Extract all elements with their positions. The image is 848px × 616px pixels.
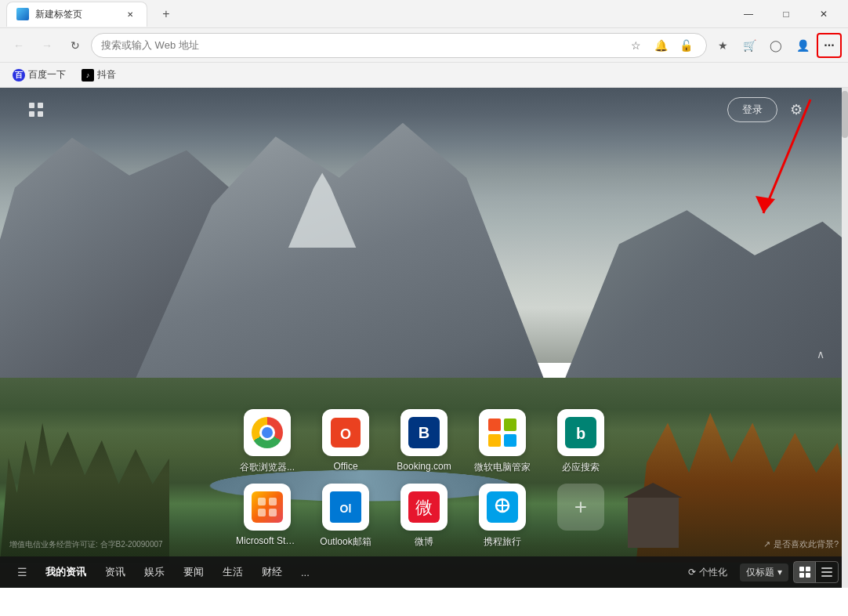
trip-icon xyxy=(487,491,518,523)
svg-rect-15 xyxy=(258,498,266,505)
active-tab[interactable]: 新建标签页 ✕ xyxy=(6,2,147,27)
ms-store-icon-wrapper xyxy=(244,484,291,531)
add-icon: + xyxy=(574,495,587,520)
bisou-icon-wrapper: b xyxy=(557,409,604,456)
maximize-button[interactable]: □ xyxy=(768,2,804,27)
ms-store-label: Microsoft Sto... xyxy=(236,535,299,546)
personalize-button[interactable]: ⟳ 个性化 xyxy=(680,563,735,582)
browser-wallet-icon[interactable]: 🔓 xyxy=(675,34,697,56)
app-bisou[interactable]: b 必应搜索 xyxy=(549,409,612,474)
login-button[interactable]: 登录 xyxy=(727,97,777,122)
trip-label: 携程旅行 xyxy=(484,535,521,549)
favorites-bar: 百 百度一下 ♪ 抖音 xyxy=(0,63,848,88)
ms-helper-label: 微软电脑管家 xyxy=(474,461,531,474)
bottom-tab-headlines[interactable]: 要闻 xyxy=(176,562,212,582)
bisou-label: 必应搜索 xyxy=(562,461,600,474)
read-aloud-icon[interactable]: 🔔 xyxy=(650,34,672,56)
address-bar[interactable]: ☆ 🔔 🔓 xyxy=(91,33,707,58)
baidu-icon: 百 xyxy=(13,69,25,82)
weibo-label: 微博 xyxy=(415,535,433,549)
bottom-tab-entertainment[interactable]: 娱乐 xyxy=(136,562,172,582)
svg-rect-27 xyxy=(799,567,804,571)
app-add[interactable]: + xyxy=(549,484,612,549)
address-icons: ☆ 🔔 🔓 xyxy=(625,34,697,56)
newtab-main: 登录 ⚙ 🎤 🔍 ⊙ 到此地一游，必然有...... ∧ 谷歌浏览器... xyxy=(0,88,848,588)
app-booking[interactable]: B Booking.com xyxy=(393,409,455,474)
apps-section: 谷歌浏览器... O Office B Booking.com xyxy=(236,409,612,549)
app-outlook[interactable]: Ol Outlook邮箱 xyxy=(314,484,377,549)
tab-favicon xyxy=(16,8,29,20)
chrome-icon-wrapper xyxy=(244,409,291,456)
svg-rect-8 xyxy=(488,419,501,431)
svg-rect-17 xyxy=(258,509,266,516)
svg-rect-10 xyxy=(488,434,501,447)
app-weibo[interactable]: 微 微博 xyxy=(393,484,455,549)
personalize-icon: ⟳ xyxy=(688,567,696,578)
bottom-tab-life[interactable]: 生活 xyxy=(215,562,251,582)
refresh-icon: ↻ xyxy=(71,39,80,52)
office-icon: O xyxy=(331,418,361,448)
bottom-menu-button[interactable]: ☰ xyxy=(9,560,34,585)
favorites-star-icon[interactable]: ★ xyxy=(710,33,735,58)
favorites-douyin[interactable]: ♪ 抖音 xyxy=(75,66,122,84)
svg-rect-18 xyxy=(269,509,277,516)
svg-rect-5 xyxy=(38,111,43,117)
list-view-button[interactable] xyxy=(816,562,838,582)
svg-rect-16 xyxy=(269,498,277,505)
bottom-tab-more[interactable]: ... xyxy=(293,563,317,582)
close-button[interactable]: ✕ xyxy=(806,2,842,27)
personalize-label: 个性化 xyxy=(699,566,727,579)
apps-row-1: 谷歌浏览器... O Office B Booking.com xyxy=(236,409,612,474)
booking-icon-wrapper: B xyxy=(400,409,448,456)
edge-features-icon[interactable]: ◯ xyxy=(763,33,788,58)
favorites-baidu[interactable]: 百 百度一下 xyxy=(6,66,72,84)
refresh-button[interactable]: ↻ xyxy=(63,33,88,58)
ms-helper-icon xyxy=(487,417,518,448)
bottom-tab-my-info[interactable]: 我的资讯 xyxy=(38,562,94,582)
app-ms-helper[interactable]: 微软电脑管家 xyxy=(471,409,534,474)
svg-rect-9 xyxy=(504,419,516,431)
collapse-button[interactable]: ∧ xyxy=(817,348,824,361)
profile-icon[interactable]: 👤 xyxy=(790,33,815,58)
apps-grid-button[interactable] xyxy=(24,97,49,122)
window-controls: — □ ✕ xyxy=(730,2,842,27)
tab-title: 新建标签页 xyxy=(35,8,82,21)
booking-icon: B xyxy=(408,417,440,448)
svg-rect-32 xyxy=(821,571,832,573)
svg-rect-31 xyxy=(821,567,832,569)
svg-text:b: b xyxy=(576,425,585,442)
newtab-settings-button[interactable]: ⚙ xyxy=(784,97,809,122)
svg-rect-29 xyxy=(799,573,804,578)
bottom-nav-bar: ☰ 我的资讯 资讯 娱乐 要闻 生活 财经 ... ⟳ 个性化 仅标题 xyxy=(0,556,848,588)
new-tab-button[interactable]: + xyxy=(154,2,179,27)
svg-rect-14 xyxy=(252,491,283,523)
grid-view-button[interactable] xyxy=(794,562,816,582)
bottom-tab-finance[interactable]: 财经 xyxy=(254,562,290,582)
app-ms-store[interactable]: Microsoft Sto... xyxy=(236,484,299,549)
app-trip[interactable]: 携程旅行 xyxy=(471,484,534,549)
svg-text:Ol: Ol xyxy=(340,502,352,515)
app-office[interactable]: O Office xyxy=(314,409,377,474)
grid-view-icon xyxy=(799,567,810,578)
enjoy-background-button[interactable]: ↗ 是否喜欢此背景? xyxy=(763,538,839,550)
forward-button[interactable]: → xyxy=(34,33,60,58)
view-select[interactable]: 仅标题 ▾ xyxy=(740,563,788,582)
collections-icon[interactable]: 🛒 xyxy=(737,33,762,58)
address-input[interactable] xyxy=(101,39,620,51)
outlook-label: Outlook邮箱 xyxy=(320,535,371,549)
app-chrome[interactable]: 谷歌浏览器... xyxy=(236,409,299,474)
chevron-up-icon: ∧ xyxy=(817,348,824,361)
bisou-icon: b xyxy=(565,417,596,448)
tab-close-button[interactable]: ✕ xyxy=(123,7,137,21)
minimize-button[interactable]: — xyxy=(730,2,766,27)
navigation-bar: ← → ↻ ☆ 🔔 🔓 ★ 🛒 ◯ 👤 ··· xyxy=(0,28,848,63)
scrollbar-thumb[interactable] xyxy=(842,91,848,138)
back-button[interactable]: ← xyxy=(6,33,31,58)
more-options-button[interactable]: ··· xyxy=(817,33,842,58)
chrome-label: 谷歌浏览器... xyxy=(240,461,295,474)
newtab-top-controls: 登录 ⚙ xyxy=(727,97,809,122)
bottom-tab-news[interactable]: 资讯 xyxy=(97,562,133,582)
favorites-icon[interactable]: ☆ xyxy=(625,34,647,56)
weibo-icon: 微 xyxy=(408,491,440,523)
scrollbar[interactable] xyxy=(842,88,848,588)
